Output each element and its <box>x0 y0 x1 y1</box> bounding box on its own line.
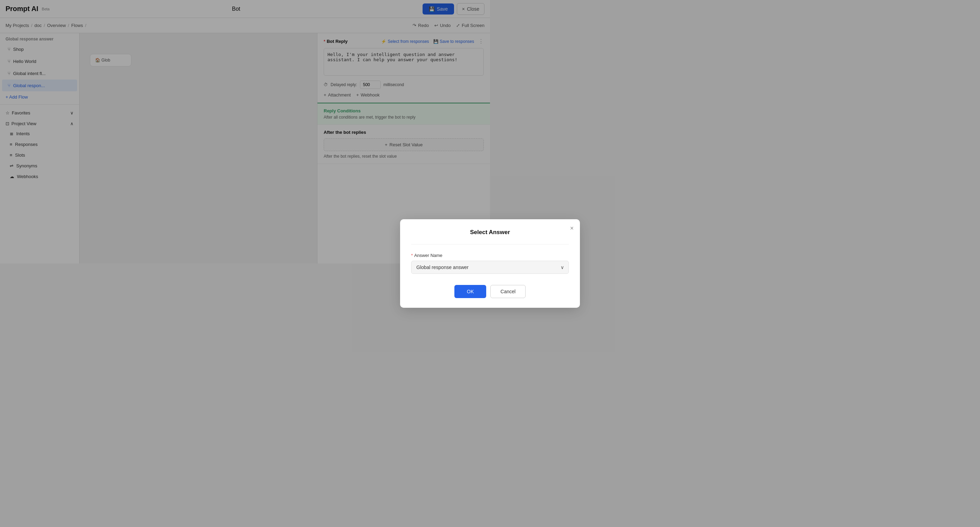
modal-required-star: * <box>411 253 413 258</box>
modal-divider <box>411 244 490 245</box>
select-wrapper: Global response answer ∨ <box>411 261 490 263</box>
modal-overlay: × Select Answer * Answer Name Global res… <box>0 0 490 263</box>
modal-title: Select Answer <box>411 229 490 236</box>
modal-field-label: * Answer Name <box>411 253 490 258</box>
select-answer-modal: × Select Answer * Answer Name Global res… <box>400 219 490 263</box>
answer-name-select[interactable]: Global response answer <box>411 261 490 263</box>
